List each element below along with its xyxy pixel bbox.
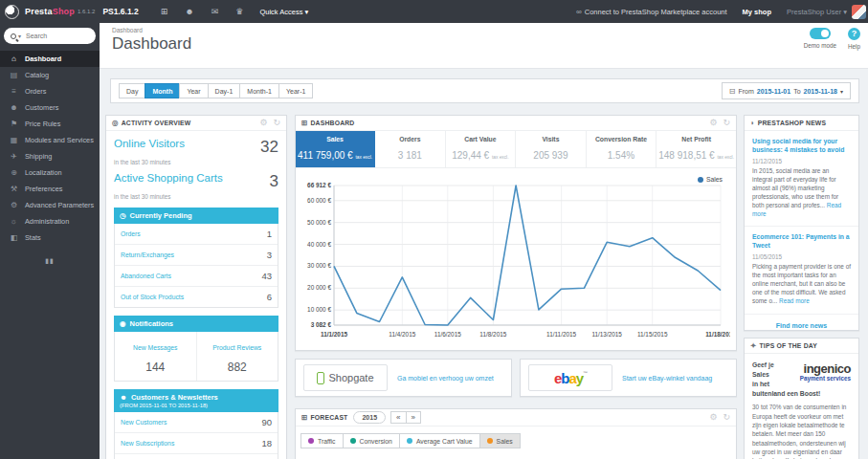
dashboard-panel-title: ⊞DASHBOARD	[301, 119, 354, 127]
date-range-picker[interactable]: ⊟ From2015-11-01 To2015-11-18 ▾	[722, 82, 851, 99]
news-panel-title: ◗PRESTASHOP NEWS	[750, 119, 826, 127]
filter-day-button[interactable]: Day	[119, 83, 145, 98]
news-item-title[interactable]: Ecommerce 101: Payments in a Tweet	[752, 233, 851, 251]
svg-text:11/6/2015: 11/6/2015	[434, 331, 461, 338]
chevron-down-icon: ▾	[304, 8, 308, 16]
shop-name[interactable]: PS1.6.1.2	[102, 7, 138, 16]
out-of-stock-link[interactable]: Out of Stock Products	[121, 294, 184, 300]
search-box[interactable]: ▾	[4, 28, 96, 44]
sales-line-chart: 66 912 €60 000 €50 000 €40 000 €30 000 €…	[298, 172, 730, 344]
product-reviews-cell: Product Reviews882	[197, 332, 278, 381]
traffic-dot-icon	[308, 438, 314, 444]
new-subscriptions-link[interactable]: New Subscriptions	[121, 440, 174, 447]
cart-icon[interactable]: ⊞	[161, 7, 168, 16]
filter-year-button[interactable]: Year	[179, 83, 208, 98]
product-reviews-value: 882	[199, 361, 277, 374]
tips-text: 30 tot 70% van de consumenten in Europa …	[752, 403, 851, 459]
phone-icon	[317, 372, 324, 384]
toggle-conversion[interactable]: Conversion	[343, 433, 400, 448]
sidebar-item-modules[interactable]: ▦Modules and Services	[0, 132, 100, 148]
filter-year-1-button[interactable]: Year-1	[278, 83, 313, 98]
prestashop-logo	[5, 5, 19, 19]
refresh-icon[interactable]: ↻	[723, 119, 730, 127]
online-visitors-link[interactable]: Online Visitors	[114, 138, 185, 149]
quick-access-menu[interactable]: Quick Access ▾	[259, 8, 308, 16]
gear-icon[interactable]: ⚙	[709, 413, 717, 422]
kpi-net-profit[interactable]: Net Profit148 918,51 € tax excl.	[657, 131, 736, 167]
sidebar-item-advanced-parameters[interactable]: ⚙Advanced Parameters	[0, 197, 100, 213]
new-messages-link[interactable]: New Messages	[133, 344, 177, 351]
customer-icon[interactable]: ☻	[185, 7, 193, 16]
find-more-news-link[interactable]: Find more news	[745, 315, 858, 331]
sidebar-item-catalog[interactable]: ▤Catalog	[0, 67, 100, 83]
forward-icon[interactable]: »	[406, 411, 421, 424]
pending-orders-link[interactable]: Orders	[121, 230, 141, 237]
sidebar-item-shipping[interactable]: ✈Shipping	[0, 148, 100, 164]
cart-icon: ⊞	[301, 413, 307, 422]
sidebar-item-stats[interactable]: ◧Stats	[0, 230, 100, 246]
avatar[interactable]	[852, 5, 866, 19]
rewind-icon[interactable]: «	[390, 411, 406, 424]
sidebar-item-dashboard[interactable]: ⌂Dashboard	[0, 51, 100, 67]
catalog-icon: ▤	[9, 71, 19, 79]
sidebar-item-orders[interactable]: ≡Orders	[0, 83, 100, 99]
chart-legend[interactable]: Sales	[698, 176, 723, 183]
customers-icon: ☻	[9, 103, 19, 112]
trophy-icon[interactable]: ♛	[235, 7, 243, 16]
kpi-conversion-rate[interactable]: Conversion Rate1.54%	[587, 131, 657, 167]
filter-day-1-button[interactable]: Day-1	[208, 83, 241, 98]
avg-cart-dot-icon	[407, 438, 412, 444]
new-customers-link[interactable]: New Customers	[121, 419, 167, 426]
abandoned-carts-link[interactable]: Abandoned Carts	[121, 273, 171, 279]
sidebar-item-localization[interactable]: ⊕Localization	[0, 164, 100, 181]
orders-icon: ≡	[9, 87, 19, 96]
kpi-visits[interactable]: Visits205 939	[516, 131, 587, 167]
read-more-link[interactable]: Read more	[779, 297, 810, 304]
filter-month-button[interactable]: Month	[145, 83, 180, 98]
user-menu[interactable]: PrestaShop User ▾	[787, 8, 847, 16]
marketplace-link[interactable]: ∞Connect to PrestaShop Marketplace accou…	[576, 8, 727, 16]
refresh-icon[interactable]: ↻	[273, 119, 280, 127]
active-carts-link[interactable]: Active Shopping Carts	[114, 172, 223, 184]
mail-icon[interactable]: ✉	[211, 7, 219, 16]
news-item: Using social media for your business: 4 …	[745, 131, 858, 227]
kpi-orders[interactable]: Orders3 181	[375, 131, 446, 167]
shipping-icon: ✈	[9, 152, 19, 161]
kpi-cart-value[interactable]: Cart Value129,44 € tax excl.	[446, 131, 517, 167]
svg-text:11/8/2015: 11/8/2015	[479, 331, 506, 338]
currently-pending-header: ◷Currently Pending	[114, 208, 278, 224]
my-shop-link[interactable]: My shop	[743, 8, 771, 16]
sidebar-item-administration[interactable]: ☼Administration	[0, 213, 100, 230]
toggle-sales[interactable]: Sales	[479, 433, 521, 448]
svg-text:40 000 €: 40 000 €	[307, 241, 331, 248]
gear-icon[interactable]: ⚙	[259, 119, 267, 127]
kpi-sales[interactable]: Sales411 759,00 € tax excl.	[296, 131, 375, 167]
online-visitors-row: Online Visitors 32	[114, 138, 278, 157]
sidebar-item-customers[interactable]: ☻Customers	[0, 99, 100, 116]
svg-text:20 000 €: 20 000 €	[307, 284, 331, 291]
news-item-title[interactable]: Using social media for your business: 4 …	[752, 138, 851, 155]
new-messages-value: 144	[117, 361, 194, 374]
cart-icon: ⊞	[301, 119, 307, 127]
gear-icon[interactable]: ⚙	[709, 119, 717, 127]
toggle-traffic[interactable]: Traffic	[300, 433, 344, 448]
toggle-average-cart-value[interactable]: Average Cart Value	[399, 433, 480, 448]
active-carts-sub: in the last 30 minutes	[114, 193, 278, 200]
new-customers-value: 90	[261, 417, 272, 427]
filter-month-1-button[interactable]: Month-1	[239, 83, 279, 98]
product-reviews-link[interactable]: Product Reviews	[212, 344, 261, 351]
refresh-icon[interactable]: ↻	[723, 413, 730, 422]
shopgate-link[interactable]: Ga mobiel en verhoog uw omzet	[397, 375, 494, 382]
sidebar-item-preferences[interactable]: ⚒Preferences	[0, 181, 100, 197]
sidebar-item-price-rules[interactable]: ⚑Price Rules	[0, 116, 100, 132]
search-scope-caret-icon[interactable]: ▾	[18, 33, 21, 39]
pending-returns-link[interactable]: Return/Exchanges	[121, 251, 174, 258]
svg-text:11/13/2015: 11/13/2015	[591, 331, 622, 338]
ebay-link[interactable]: Start uw eBay-winkel vandaag	[622, 375, 712, 382]
legend-dot-icon	[698, 177, 703, 183]
demo-mode-toggle[interactable]	[810, 28, 831, 39]
search-input[interactable]	[24, 32, 79, 40]
sidebar-collapse-icon[interactable]: ▮▮	[40, 257, 59, 265]
breadcrumb[interactable]: Dashboard	[112, 27, 143, 33]
help-icon[interactable]: ?	[848, 28, 860, 40]
